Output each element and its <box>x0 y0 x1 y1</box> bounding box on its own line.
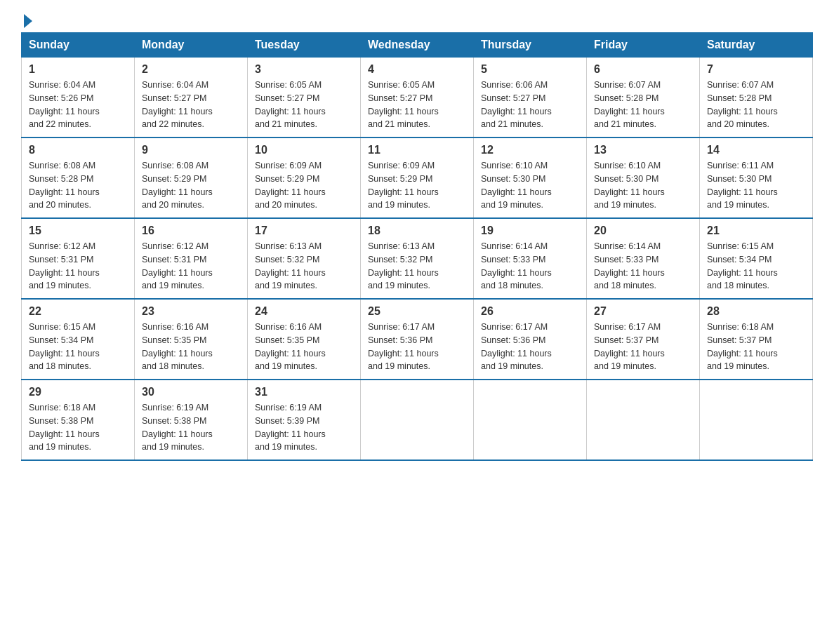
calendar-cell: 8Sunrise: 6:08 AMSunset: 5:28 PMDaylight… <box>22 137 135 218</box>
day-number: 18 <box>368 224 466 237</box>
calendar-cell: 30Sunrise: 6:19 AMSunset: 5:38 PMDayligh… <box>135 380 248 460</box>
day-number: 8 <box>29 144 127 156</box>
logo-arrow-icon <box>24 14 32 28</box>
header-friday: Friday <box>587 33 700 58</box>
day-number: 5 <box>481 63 579 76</box>
day-info: Sunrise: 6:17 AMSunset: 5:37 PMDaylight:… <box>594 321 692 373</box>
calendar-cell: 14Sunrise: 6:11 AMSunset: 5:30 PMDayligh… <box>700 137 813 218</box>
day-info: Sunrise: 6:07 AMSunset: 5:28 PMDaylight:… <box>594 79 692 131</box>
day-number: 29 <box>29 386 127 398</box>
day-number: 30 <box>142 386 240 398</box>
day-info: Sunrise: 6:11 AMSunset: 5:30 PMDaylight:… <box>707 159 805 212</box>
calendar-cell: 12Sunrise: 6:10 AMSunset: 5:30 PMDayligh… <box>474 137 587 218</box>
day-number: 1 <box>29 63 127 76</box>
day-info: Sunrise: 6:13 AMSunset: 5:32 PMDaylight:… <box>255 240 353 293</box>
day-info: Sunrise: 6:15 AMSunset: 5:34 PMDaylight:… <box>707 240 805 293</box>
day-info: Sunrise: 6:17 AMSunset: 5:36 PMDaylight:… <box>481 321 579 373</box>
day-number: 25 <box>368 305 466 318</box>
calendar-cell: 17Sunrise: 6:13 AMSunset: 5:32 PMDayligh… <box>248 218 361 299</box>
day-number: 20 <box>594 224 692 237</box>
calendar-week-row: 22Sunrise: 6:15 AMSunset: 5:34 PMDayligh… <box>22 299 813 380</box>
logo <box>21 14 32 25</box>
day-number: 2 <box>142 63 240 76</box>
calendar-week-row: 29Sunrise: 6:18 AMSunset: 5:38 PMDayligh… <box>22 380 813 460</box>
day-info: Sunrise: 6:14 AMSunset: 5:33 PMDaylight:… <box>594 240 692 293</box>
day-number: 10 <box>255 144 353 156</box>
calendar-cell: 28Sunrise: 6:18 AMSunset: 5:37 PMDayligh… <box>700 299 813 380</box>
calendar-cell: 3Sunrise: 6:05 AMSunset: 5:27 PMDaylight… <box>248 58 361 138</box>
day-info: Sunrise: 6:04 AMSunset: 5:26 PMDaylight:… <box>29 79 127 131</box>
day-info: Sunrise: 6:17 AMSunset: 5:36 PMDaylight:… <box>368 321 466 373</box>
calendar-cell: 10Sunrise: 6:09 AMSunset: 5:29 PMDayligh… <box>248 137 361 218</box>
day-number: 6 <box>594 63 692 76</box>
day-info: Sunrise: 6:12 AMSunset: 5:31 PMDaylight:… <box>29 240 127 293</box>
calendar-cell: 15Sunrise: 6:12 AMSunset: 5:31 PMDayligh… <box>22 218 135 299</box>
calendar-week-row: 15Sunrise: 6:12 AMSunset: 5:31 PMDayligh… <box>22 218 813 299</box>
day-number: 7 <box>707 63 805 76</box>
day-info: Sunrise: 6:09 AMSunset: 5:29 PMDaylight:… <box>255 159 353 212</box>
day-info: Sunrise: 6:18 AMSunset: 5:38 PMDaylight:… <box>29 401 127 454</box>
day-info: Sunrise: 6:16 AMSunset: 5:35 PMDaylight:… <box>142 321 240 373</box>
day-number: 3 <box>255 63 353 76</box>
calendar-week-row: 8Sunrise: 6:08 AMSunset: 5:28 PMDaylight… <box>22 137 813 218</box>
calendar-cell: 18Sunrise: 6:13 AMSunset: 5:32 PMDayligh… <box>361 218 474 299</box>
day-info: Sunrise: 6:10 AMSunset: 5:30 PMDaylight:… <box>594 159 692 212</box>
calendar-cell: 22Sunrise: 6:15 AMSunset: 5:34 PMDayligh… <box>22 299 135 380</box>
calendar-cell: 1Sunrise: 6:04 AMSunset: 5:26 PMDaylight… <box>22 58 135 138</box>
day-number: 17 <box>255 224 353 237</box>
header-thursday: Thursday <box>474 33 587 58</box>
calendar-table: SundayMondayTuesdayWednesdayThursdayFrid… <box>21 32 813 461</box>
calendar-cell: 29Sunrise: 6:18 AMSunset: 5:38 PMDayligh… <box>22 380 135 460</box>
day-info: Sunrise: 6:09 AMSunset: 5:29 PMDaylight:… <box>368 159 466 212</box>
calendar-cell: 13Sunrise: 6:10 AMSunset: 5:30 PMDayligh… <box>587 137 700 218</box>
page-header <box>21 14 813 25</box>
calendar-cell: 23Sunrise: 6:16 AMSunset: 5:35 PMDayligh… <box>135 299 248 380</box>
calendar-header-row: SundayMondayTuesdayWednesdayThursdayFrid… <box>22 33 813 58</box>
day-info: Sunrise: 6:08 AMSunset: 5:28 PMDaylight:… <box>29 159 127 212</box>
day-number: 21 <box>707 224 805 237</box>
day-number: 15 <box>29 224 127 237</box>
calendar-cell: 24Sunrise: 6:16 AMSunset: 5:35 PMDayligh… <box>248 299 361 380</box>
calendar-week-row: 1Sunrise: 6:04 AMSunset: 5:26 PMDaylight… <box>22 58 813 138</box>
day-info: Sunrise: 6:15 AMSunset: 5:34 PMDaylight:… <box>29 321 127 373</box>
calendar-cell: 11Sunrise: 6:09 AMSunset: 5:29 PMDayligh… <box>361 137 474 218</box>
calendar-cell <box>700 380 813 460</box>
day-number: 23 <box>142 305 240 318</box>
day-info: Sunrise: 6:10 AMSunset: 5:30 PMDaylight:… <box>481 159 579 212</box>
day-number: 26 <box>481 305 579 318</box>
day-number: 14 <box>707 144 805 156</box>
header-monday: Monday <box>135 33 248 58</box>
header-wednesday: Wednesday <box>361 33 474 58</box>
day-info: Sunrise: 6:16 AMSunset: 5:35 PMDaylight:… <box>255 321 353 373</box>
calendar-cell: 20Sunrise: 6:14 AMSunset: 5:33 PMDayligh… <box>587 218 700 299</box>
day-number: 11 <box>368 144 466 156</box>
calendar-cell: 25Sunrise: 6:17 AMSunset: 5:36 PMDayligh… <box>361 299 474 380</box>
calendar-cell <box>361 380 474 460</box>
calendar-cell: 5Sunrise: 6:06 AMSunset: 5:27 PMDaylight… <box>474 58 587 138</box>
calendar-cell: 16Sunrise: 6:12 AMSunset: 5:31 PMDayligh… <box>135 218 248 299</box>
day-info: Sunrise: 6:07 AMSunset: 5:28 PMDaylight:… <box>707 79 805 131</box>
day-number: 9 <box>142 144 240 156</box>
day-number: 31 <box>255 386 353 398</box>
day-number: 19 <box>481 224 579 237</box>
calendar-cell: 7Sunrise: 6:07 AMSunset: 5:28 PMDaylight… <box>700 58 813 138</box>
calendar-cell <box>587 380 700 460</box>
header-saturday: Saturday <box>700 33 813 58</box>
header-tuesday: Tuesday <box>248 33 361 58</box>
day-info: Sunrise: 6:14 AMSunset: 5:33 PMDaylight:… <box>481 240 579 293</box>
day-info: Sunrise: 6:04 AMSunset: 5:27 PMDaylight:… <box>142 79 240 131</box>
day-info: Sunrise: 6:05 AMSunset: 5:27 PMDaylight:… <box>255 79 353 131</box>
day-info: Sunrise: 6:13 AMSunset: 5:32 PMDaylight:… <box>368 240 466 293</box>
day-info: Sunrise: 6:06 AMSunset: 5:27 PMDaylight:… <box>481 79 579 131</box>
day-number: 24 <box>255 305 353 318</box>
day-info: Sunrise: 6:05 AMSunset: 5:27 PMDaylight:… <box>368 79 466 131</box>
calendar-cell <box>474 380 587 460</box>
day-info: Sunrise: 6:12 AMSunset: 5:31 PMDaylight:… <box>142 240 240 293</box>
day-number: 22 <box>29 305 127 318</box>
calendar-cell: 31Sunrise: 6:19 AMSunset: 5:39 PMDayligh… <box>248 380 361 460</box>
header-sunday: Sunday <box>22 33 135 58</box>
calendar-cell: 21Sunrise: 6:15 AMSunset: 5:34 PMDayligh… <box>700 218 813 299</box>
day-number: 28 <box>707 305 805 318</box>
day-number: 12 <box>481 144 579 156</box>
calendar-cell: 6Sunrise: 6:07 AMSunset: 5:28 PMDaylight… <box>587 58 700 138</box>
